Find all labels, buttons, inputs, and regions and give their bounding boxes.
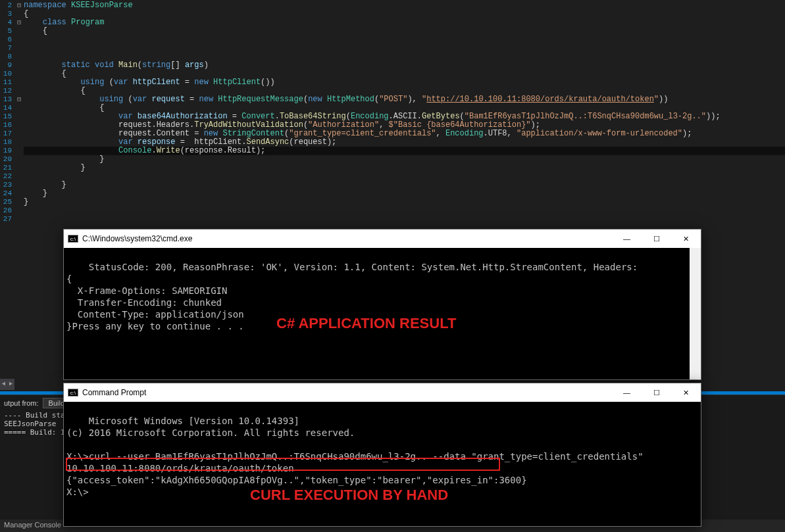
- cmd-body[interactable]: Microsoft Windows [Version 10.0.14393] (…: [64, 402, 701, 526]
- maximize-button[interactable]: ☐: [642, 383, 671, 402]
- cmd-title-bar[interactable]: c:\ Command Prompt — ☐ ✕: [64, 383, 701, 402]
- maximize-button[interactable]: ☐: [642, 230, 671, 248]
- line-number-gutter: 2345678910111213141516171819202122232425…: [0, 0, 14, 381]
- output-label: utput from:: [4, 399, 39, 407]
- horizontal-scroll-buttons[interactable]: ◄►: [0, 379, 14, 390]
- minimize-button[interactable]: —: [612, 383, 642, 402]
- cmd-icon: c:\: [68, 235, 78, 243]
- cmd-title-bar[interactable]: c:\ C:\Windows\system32\cmd.exe — ☐ ✕: [64, 230, 701, 248]
- cmd-window-curl[interactable]: c:\ Command Prompt — ☐ ✕ Microsoft Windo…: [63, 383, 701, 527]
- cmd-icon: c:\: [68, 389, 78, 397]
- scrollbar[interactable]: [690, 248, 701, 379]
- cmd-window-csharp-result[interactable]: c:\ C:\Windows\system32\cmd.exe — ☐ ✕ St…: [63, 229, 701, 380]
- cmd-body[interactable]: StatusCode: 200, ReasonPhrase: 'OK', Ver…: [64, 248, 701, 379]
- cmd-title-text: C:\Windows\system32\cmd.exe: [82, 234, 192, 243]
- close-button[interactable]: ✕: [671, 383, 701, 402]
- close-button[interactable]: ✕: [671, 230, 701, 248]
- cmd-title-text: Command Prompt: [82, 388, 146, 397]
- minimize-button[interactable]: —: [612, 230, 642, 248]
- fold-column[interactable]: ⊟⊟⊟: [14, 0, 24, 381]
- status-text: Manager Console: [4, 521, 61, 529]
